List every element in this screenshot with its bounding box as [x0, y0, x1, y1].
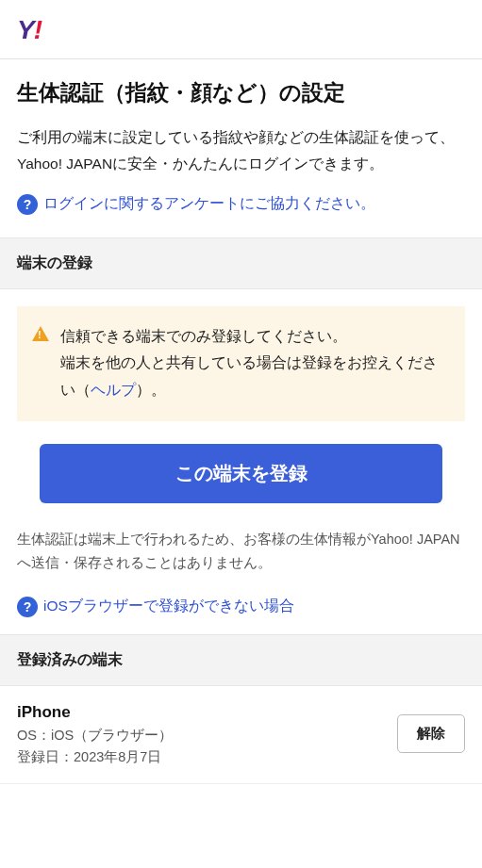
warning-icon [32, 326, 49, 341]
biometric-note: 生体認証は端末上で行われるため、お客様の生体情報がYahoo! JAPANへ送信… [17, 528, 465, 576]
ios-help-row: ? iOSブラウザーで登録ができない場合 [17, 597, 465, 617]
register-section-header: 端末の登録 [0, 237, 482, 289]
register-section-body: 信頼できる端末でのみ登録してください。 端末を他の人と共有している場合は登録をお… [0, 289, 482, 634]
survey-link-row: ? ログインに関するアンケートにご協力ください。 [17, 194, 465, 215]
logo-y: Y [17, 15, 34, 44]
register-device-button[interactable]: この端末を登録 [40, 444, 443, 503]
question-icon: ? [17, 194, 38, 215]
header: Y! [0, 0, 482, 59]
device-os: OS：iOS（ブラウザー） [17, 725, 173, 746]
device-name: iPhone [17, 699, 173, 725]
question-icon: ? [17, 597, 38, 617]
warning-box: 信頼できる端末でのみ登録してください。 端末を他の人と共有している場合は登録をお… [17, 306, 465, 421]
device-date: 登録日：2023年8月7日 [17, 746, 173, 768]
intro-section: 生体認証（指紋・顔など）の設定 ご利用の端末に設定している指紋や顔などの生体認証… [0, 59, 482, 237]
warning-text: 信頼できる端末でのみ登録してください。 端末を他の人と共有している場合は登録をお… [60, 323, 448, 404]
survey-link[interactable]: ログインに関するアンケートにご協力ください。 [43, 194, 375, 214]
page-title: 生体認証（指紋・顔など）の設定 [17, 78, 465, 107]
remove-device-button[interactable]: 解除 [397, 714, 465, 753]
yahoo-logo: Y! [17, 15, 42, 44]
intro-text: ご利用の端末に設定している指紋や顔などの生体認証を使って、Yahoo! JAPA… [17, 124, 465, 177]
warning-suffix: ）。 [136, 382, 166, 398]
registered-section-header: 登録済みの端末 [0, 634, 482, 686]
ios-help-link[interactable]: iOSブラウザーで登録ができない場合 [43, 597, 294, 616]
device-row: iPhone OS：iOS（ブラウザー） 登録日：2023年8月7日 解除 [0, 686, 482, 785]
logo-exclaim: ! [34, 15, 42, 44]
device-info: iPhone OS：iOS（ブラウザー） 登録日：2023年8月7日 [17, 699, 173, 769]
help-link[interactable]: ヘルプ [91, 382, 136, 398]
